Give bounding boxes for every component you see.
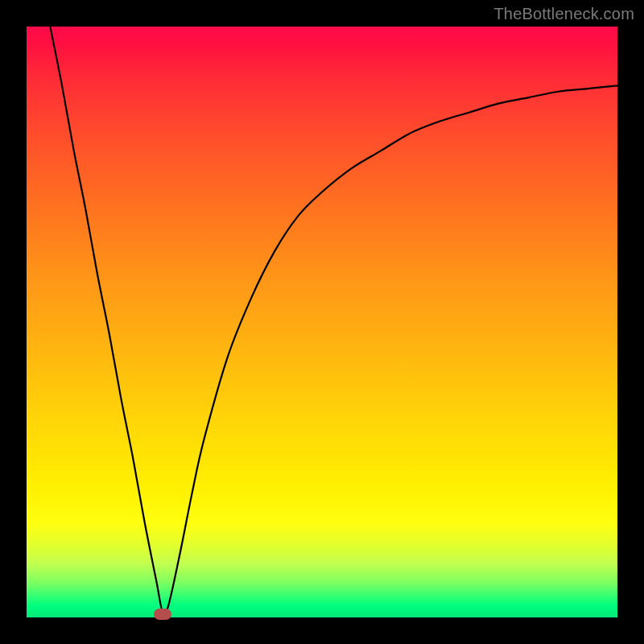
bottleneck-curve [50, 27, 617, 614]
plot-area [27, 27, 617, 617]
attribution-text: TheBottleneck.com [493, 5, 634, 23]
curve-svg [27, 27, 617, 617]
chart-container: TheBottleneck.com [0, 0, 644, 644]
minimum-marker [154, 609, 171, 620]
